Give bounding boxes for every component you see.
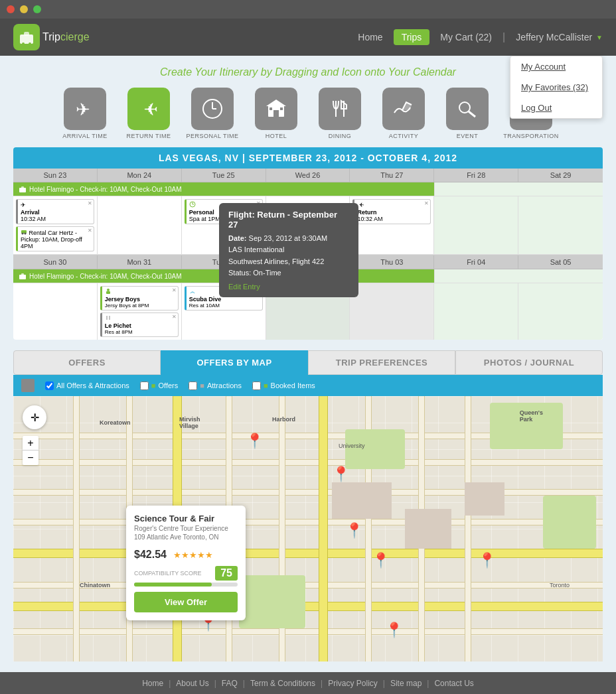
nav-user[interactable]: Jeffery McCallister ▼	[516, 32, 603, 42]
day-header-sun30: Sun 30	[13, 255, 98, 269]
weekend-empty-1	[434, 182, 603, 196]
footer-sitemap[interactable]: Site map	[390, 679, 422, 688]
map-label-koreatown: Koreatown	[100, 419, 131, 426]
filter-icon-all	[21, 379, 35, 392]
close-lepichet[interactable]: ✕	[172, 314, 177, 320]
footer-home[interactable]: Home	[142, 679, 163, 688]
map-marker-3[interactable]: 📍	[345, 522, 363, 539]
nav-home[interactable]: Home	[358, 32, 382, 42]
activity-icon[interactable]	[382, 88, 425, 130]
rental-event[interactable]: ✕ Rental Car Hertz - Pickup: 10AM, Drop-…	[16, 226, 94, 251]
svg-point-27	[25, 233, 27, 235]
window-maximize-dot[interactable]	[33, 5, 41, 13]
day-header-sat05: Sat 05	[518, 255, 603, 269]
footer-terms[interactable]: Term & Conditions	[250, 679, 315, 688]
tab-offers-by-map[interactable]: OFFERS BY MAP	[161, 350, 308, 375]
nav-cart[interactable]: My Cart (22)	[440, 32, 492, 42]
filter-attractions[interactable]: ■ Attractions	[189, 382, 242, 390]
cell-thu27[interactable]: ✕ ✈ Return 10:32 AM	[350, 196, 434, 254]
svg-rect-11	[270, 107, 272, 110]
hotel-icon[interactable]	[255, 88, 297, 130]
dining-icon[interactable]	[319, 88, 361, 130]
event-icon[interactable]	[446, 88, 489, 130]
map-marker-bottom2[interactable]: 📍	[385, 622, 403, 639]
close-jersey[interactable]: ✕	[172, 287, 177, 293]
zoom-in[interactable]: +	[23, 436, 38, 451]
zoom-out[interactable]: −	[23, 451, 38, 465]
tab-offers[interactable]: OFFERS	[13, 350, 161, 375]
window-top-bar	[0, 0, 616, 19]
svg-point-3	[29, 42, 31, 45]
map-marker-4[interactable]: 📍	[372, 552, 390, 569]
map-nav-control[interactable]: ✛	[23, 405, 46, 429]
footer-privacy[interactable]: Privacy Policy	[328, 679, 378, 688]
icon-return-time[interactable]: ✈ RETURN TIME	[117, 88, 181, 139]
arrival-event[interactable]: ✕ ✈ Arrival 10:32 AM	[16, 199, 94, 224]
filter-booked[interactable]: ■ Booked Items	[252, 382, 315, 390]
weekend-empty-2	[434, 269, 603, 283]
map-filter-bar: All Offers & Attractions ■ Offers ■ Attr…	[13, 375, 603, 396]
compat-bar-background	[134, 583, 238, 587]
jersey-boys-event[interactable]: ✕ Jersey Boys Jersy Boys at 8PM	[100, 286, 179, 311]
nav-trips[interactable]: Trips	[394, 29, 430, 45]
personal-time-icon[interactable]	[191, 88, 234, 130]
map-container[interactable]: Koreatown MirvishVillage Queen'sPark Uni…	[13, 396, 603, 661]
tab-photos-journal[interactable]: PHOTOS / JOURNAL	[455, 350, 603, 375]
map-card-address: 109 Atlantic Ave Toronto, ON	[134, 533, 238, 541]
cell-mon24[interactable]	[98, 196, 182, 254]
park-area-3	[345, 429, 405, 469]
footer-faq[interactable]: FAQ	[222, 679, 238, 688]
nav-separator: |	[502, 31, 505, 43]
close-return[interactable]: ✕	[424, 200, 429, 206]
cell-sun23[interactable]: ✕ ✈ Arrival 10:32 AM ✕ Rental Car Hertz …	[13, 196, 98, 254]
flight-popup-title: Flight: Return - September 27	[228, 210, 349, 230]
cell-sat29[interactable]	[518, 196, 603, 254]
arrival-time-icon[interactable]: ✈	[64, 88, 106, 130]
icon-hotel[interactable]: HOTEL	[244, 88, 308, 139]
compatibility-bar: COMPATIBILITY SCORE 75	[134, 566, 238, 587]
cell-fri28[interactable]	[434, 196, 518, 254]
le-pichet-event[interactable]: ✕ Le Pichet Res at 8PM	[100, 312, 179, 337]
dropdown-log-out[interactable]: Log Out	[510, 98, 602, 118]
map-zoom-control[interactable]: + −	[23, 436, 38, 465]
day-header-wed26: Wed 26	[266, 169, 350, 182]
dropdown-my-favorites[interactable]: My Favorites (32)	[510, 77, 602, 98]
logo-icon	[13, 24, 40, 50]
close-rental[interactable]: ✕	[88, 228, 92, 234]
icon-personal-time[interactable]: PERSONAL TIME	[181, 88, 244, 139]
return-event[interactable]: ✕ ✈ Return 10:32 AM	[352, 199, 431, 224]
cell-fri04[interactable]	[434, 283, 518, 340]
day-header-tue25: Tue 25	[182, 169, 266, 182]
road-h8	[13, 628, 603, 635]
footer-about[interactable]: About Us	[176, 679, 208, 688]
map-marker-2[interactable]: 📍	[332, 466, 350, 483]
icon-event[interactable]: EVENT	[435, 88, 499, 139]
icon-arrival-time[interactable]: ✈ ARRIVAL TIME	[53, 88, 117, 139]
map-marker-right[interactable]: 📍	[478, 552, 496, 569]
icon-dining[interactable]: DINING	[308, 88, 372, 139]
logo-text: Tripcierge	[42, 31, 90, 43]
navigation: Tripcierge Home Trips My Cart (22) | Jef…	[0, 19, 616, 56]
window-minimize-dot[interactable]	[20, 5, 28, 13]
nav-links: Home Trips My Cart (22) | Jeffery McCall…	[358, 29, 603, 45]
footer-contact[interactable]: Contact Us	[434, 679, 473, 688]
view-offer-button[interactable]: View Offer	[134, 592, 238, 612]
window-close-dot[interactable]	[7, 5, 15, 13]
tab-trip-preferences[interactable]: TRIP PREFERENCES	[308, 350, 455, 375]
road-h7-yellow	[13, 602, 603, 611]
day-header-thu03: Thu 03	[350, 255, 434, 269]
building-1	[332, 482, 392, 519]
flight-popup-edit[interactable]: Edit Entry	[228, 283, 349, 291]
close-arrival[interactable]: ✕	[88, 200, 92, 206]
cell-thu03[interactable]	[350, 283, 434, 340]
cell-sat05[interactable]	[518, 283, 603, 340]
filter-all[interactable]: All Offers & Attractions	[45, 382, 129, 390]
cell-mon31[interactable]: ✕ Jersey Boys Jersy Boys at 8PM ✕ Le Pic…	[98, 283, 182, 340]
filter-offers[interactable]: ■ Offers	[140, 382, 178, 390]
calendar-day-headers: Sun 23 Mon 24 Tue 25 Wed 26 Thu 27 Fri 2…	[13, 169, 603, 182]
map-marker-1[interactable]: 📍	[246, 433, 264, 450]
icon-activity[interactable]: ACTIVITY	[372, 88, 435, 139]
return-time-icon[interactable]: ✈	[127, 88, 170, 130]
cell-sun30[interactable]	[13, 283, 98, 340]
dropdown-my-account[interactable]: My Account	[510, 56, 602, 77]
